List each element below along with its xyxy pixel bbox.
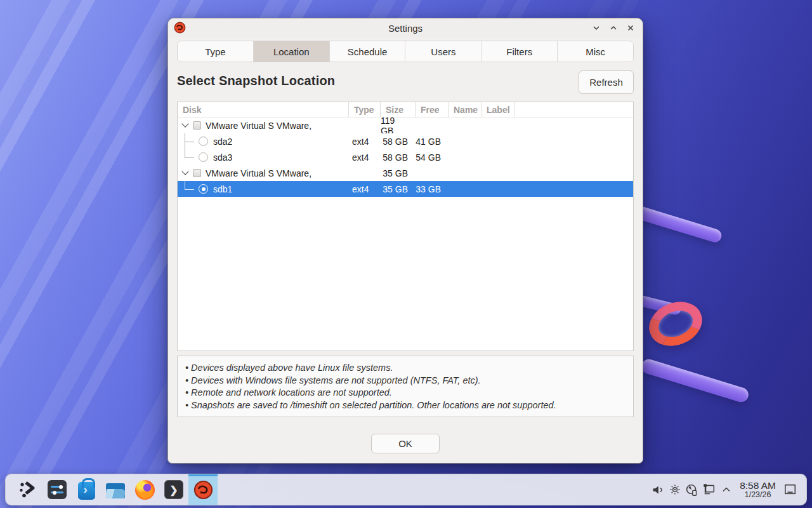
tree-branch-line: [185, 149, 199, 165]
column-header-empty: [514, 102, 633, 117]
tab-filters[interactable]: Filters: [481, 41, 558, 62]
firefox-icon: [134, 479, 155, 500]
note-line: • Snapshots are saved to /timeshift on s…: [185, 399, 625, 412]
system-settings-button[interactable]: [43, 474, 72, 505]
clock-time: 8:58 AM: [740, 480, 776, 491]
disk-name-col: [449, 117, 481, 133]
table-row-device[interactable]: VMware Virtual S VMware,119 GB: [178, 117, 633, 133]
disk-name: sda2: [213, 137, 232, 147]
tree-branch-line: [185, 133, 199, 149]
konsole-icon: ❯: [164, 479, 184, 500]
app-launcher-icon: [18, 479, 38, 500]
system-tray: 8:58 AM 1/23/26: [649, 474, 806, 505]
drive-icon: [193, 169, 201, 177]
disk-size: 58 GB: [381, 133, 416, 149]
fs-type: ext4: [349, 149, 381, 165]
disk-name-col: [449, 165, 481, 181]
device-notifier-icon[interactable]: [683, 474, 700, 505]
fs-type: [349, 117, 381, 133]
taskbar-apps: ❯: [6, 474, 218, 505]
clock[interactable]: 8:58 AM 1/23/26: [740, 480, 776, 500]
file-manager-button[interactable]: [101, 474, 130, 505]
timeshift-task-button[interactable]: [188, 474, 218, 505]
disk-label-col: [481, 133, 514, 149]
table-row-sda2[interactable]: sda2ext458 GB41 GB: [178, 133, 633, 149]
tab-misc[interactable]: Misc: [558, 41, 633, 62]
tab-location[interactable]: Location: [254, 41, 330, 62]
disk-size: 35 GB: [381, 181, 416, 197]
disk-free: 54 GB: [416, 149, 449, 165]
disk-name: sda3: [213, 152, 232, 163]
note-line: • Remote and network locations are not s…: [185, 387, 625, 399]
expand-tray-icon[interactable]: [717, 474, 735, 505]
disk-free: [416, 165, 449, 181]
ok-button[interactable]: OK: [371, 434, 440, 453]
column-header-type[interactable]: Type: [349, 102, 381, 117]
partition-radio-sda3[interactable]: [199, 152, 208, 162]
disk-label-col: [481, 181, 514, 197]
disk-free: [416, 117, 449, 133]
column-header-free[interactable]: Free: [416, 102, 449, 117]
disk-name-col: [449, 181, 481, 197]
wallpaper-tube: [629, 204, 723, 244]
network-icon[interactable]: [700, 474, 717, 505]
maximize-button[interactable]: [608, 22, 619, 34]
timeshift-icon: [193, 479, 213, 500]
show-desktop-button[interactable]: [782, 480, 799, 499]
disk-name: VMware Virtual S VMware,: [206, 168, 311, 178]
wallpaper-ring: [643, 294, 709, 354]
table-row-sda3[interactable]: sda3ext458 GB54 GB: [178, 149, 633, 165]
note-line: • Devices displayed above have Linux fil…: [185, 362, 625, 375]
tab-users[interactable]: Users: [405, 41, 481, 62]
column-header-name[interactable]: Name: [449, 102, 481, 117]
file-manager-icon: [105, 479, 126, 500]
disk-label-col: [481, 165, 514, 181]
table-row-device[interactable]: VMware Virtual S VMware,35 GB: [178, 165, 633, 181]
disk-label-col: [481, 149, 514, 165]
minimize-button[interactable]: [591, 22, 602, 34]
timeshift-icon: [174, 22, 186, 34]
discover-button[interactable]: [72, 474, 101, 505]
expander-chevron-icon[interactable]: [181, 168, 188, 175]
partition-radio-sdb1[interactable]: [199, 184, 208, 194]
taskbar-panel: ❯: [5, 474, 807, 505]
refresh-button[interactable]: Refresh: [579, 70, 634, 94]
wallpaper-tube: [639, 358, 750, 404]
column-header-label[interactable]: Label: [481, 102, 514, 117]
tab-schedule[interactable]: Schedule: [330, 41, 406, 62]
disk-name: sdb1: [213, 184, 232, 194]
disk-name: VMware Virtual S VMware,: [206, 121, 311, 131]
brightness-icon[interactable]: [666, 474, 683, 505]
disk-size: 35 GB: [381, 165, 416, 181]
disk-name-col: [449, 133, 481, 149]
expander-chevron-icon[interactable]: [181, 120, 188, 127]
system-settings-icon: [47, 479, 67, 500]
app-launcher-button[interactable]: [13, 474, 43, 505]
note-line: • Devices with Windows file systems are …: [185, 375, 625, 387]
table-row-sdb1[interactable]: sdb1ext435 GB33 GB: [178, 181, 633, 197]
tree-branch-line: [185, 181, 199, 197]
settings-window: Settings TypeLocationScheduleUsersFilter…: [167, 18, 643, 464]
drive-icon: [193, 121, 201, 130]
notes-box: • Devices displayed above have Linux fil…: [177, 356, 634, 417]
titlebar[interactable]: Settings: [168, 18, 643, 37]
disk-free: 41 GB: [416, 133, 449, 149]
close-button[interactable]: [625, 22, 636, 34]
disk-name-col: [449, 149, 481, 165]
disk-size: 119 GB: [381, 117, 416, 133]
firefox-button[interactable]: [130, 474, 159, 505]
clock-date: 1/23/26: [740, 491, 776, 500]
desktop: Settings TypeLocationScheduleUsersFilter…: [0, 0, 812, 508]
volume-icon[interactable]: [649, 474, 666, 505]
page-title: Select Snapshot Location: [177, 70, 634, 88]
konsole-button[interactable]: ❯: [159, 474, 188, 505]
fs-type: ext4: [349, 181, 381, 197]
fs-type: [349, 165, 381, 181]
tab-type[interactable]: Type: [178, 41, 254, 62]
partition-radio-sda2[interactable]: [199, 137, 208, 146]
fs-type: ext4: [349, 133, 381, 149]
tab-bar: TypeLocationScheduleUsersFiltersMisc: [177, 41, 634, 62]
column-header-disk[interactable]: Disk: [178, 102, 349, 117]
window-title: Settings: [388, 23, 422, 34]
disk-table: DiskTypeSizeFreeNameLabel VMware Virtual…: [177, 102, 634, 351]
